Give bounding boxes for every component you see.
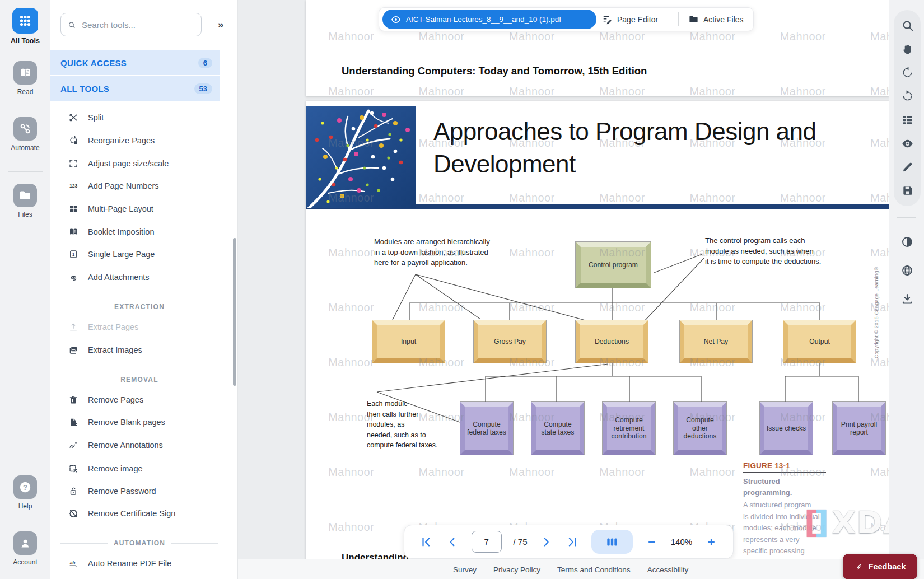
group-quick-access[interactable]: QUICK ACCESS 6 bbox=[50, 50, 220, 75]
figure-caption: FIGURE 13-1 Structured programming. A st… bbox=[743, 461, 838, 560]
search-icon[interactable] bbox=[900, 18, 914, 32]
all-tools-label: ALL TOOLS bbox=[60, 84, 109, 94]
tool-label: Multi-Page Layout bbox=[88, 204, 153, 213]
tool-item-multi-page-layout[interactable]: Multi-Page Layout bbox=[50, 198, 220, 220]
footer-link-terms-and-conditions[interactable]: Terms and Conditions bbox=[557, 566, 631, 574]
extract-images-icon bbox=[68, 345, 78, 355]
tool-item-remove-password[interactable]: Remove Password bbox=[50, 480, 220, 502]
eye-icon[interactable] bbox=[900, 137, 914, 150]
page-number-input[interactable] bbox=[472, 531, 502, 553]
tool-item-split[interactable]: Split bbox=[50, 106, 220, 129]
tool-item-add-page-numbers[interactable]: 123Add Page Numbers bbox=[50, 175, 220, 197]
tool-label: Adjust page size/scale bbox=[88, 159, 169, 168]
sidebar-collapse-icon[interactable]: » bbox=[212, 16, 230, 34]
tool-label: Remove image bbox=[88, 464, 143, 473]
tool-item-remove-pages[interactable]: Remove Pages bbox=[50, 389, 220, 411]
pencil-icon[interactable] bbox=[900, 161, 914, 174]
tab-open-document[interactable]: AICT-Salman-Lectures_8__9__and_10 (1).pd… bbox=[382, 10, 596, 29]
diagram-box-gross-pay: Gross Pay bbox=[474, 320, 546, 363]
feedback-button[interactable]: Feedback bbox=[843, 554, 917, 579]
viewer-tools-group bbox=[894, 10, 921, 206]
rail-item-read[interactable]: Read bbox=[0, 61, 50, 96]
tool-item-single-large-page[interactable]: 1Single Large Page bbox=[50, 243, 220, 265]
tool-item-add-attachments[interactable]: Add Attachments bbox=[50, 266, 220, 288]
diagram-box-input: Input bbox=[372, 320, 445, 363]
tool-item-booklet-imposition[interactable]: Booklet Imposition bbox=[50, 221, 220, 243]
multi-page-icon bbox=[68, 204, 78, 214]
rail-item-automate[interactable]: Automate bbox=[0, 117, 50, 152]
globe-icon[interactable] bbox=[900, 264, 914, 277]
svg-text:?: ? bbox=[23, 483, 27, 492]
rotate-ccw-icon[interactable] bbox=[900, 66, 914, 80]
document-tab-bar: AICT-Salman-Lectures_8__9__and_10 (1).pd… bbox=[379, 7, 754, 31]
pagination-bar: / 75 140% bbox=[404, 525, 734, 559]
diagram-box-compute-retirement-contribution: Compute retirement contribution bbox=[603, 402, 655, 455]
rail-tools-divider bbox=[897, 217, 916, 218]
tool-label: Remove Annotations bbox=[88, 441, 163, 450]
rail-label-automate: Automate bbox=[0, 144, 50, 152]
attachment-icon bbox=[68, 272, 78, 282]
trash-icon bbox=[68, 395, 78, 405]
footer-link-survey[interactable]: Survey bbox=[453, 566, 477, 574]
tool-item-auto-rename-pdf-file[interactable]: abAuto Rename PDF File bbox=[50, 552, 220, 575]
figure-rule bbox=[743, 472, 826, 473]
tools-sidebar: » QUICK ACCESS 6 ALL TOOLS 53 SplitReorg… bbox=[50, 0, 238, 579]
annotation-bottom-left: Each module then calls further modules, … bbox=[367, 399, 451, 451]
rail-label-all-tools: All Tools bbox=[0, 37, 50, 45]
download-icon[interactable] bbox=[900, 292, 914, 306]
rail-label-help: Help bbox=[0, 502, 50, 510]
section-divider-automation: AUTOMATION bbox=[60, 538, 218, 549]
reorganize-icon bbox=[68, 136, 78, 146]
rail-item-files[interactable]: Files bbox=[0, 184, 50, 218]
mahnoor-watermark: Mahnoor bbox=[870, 85, 889, 96]
page-layout-toggle[interactable] bbox=[591, 530, 633, 554]
rail-item-all-tools[interactable]: All Tools bbox=[0, 8, 50, 45]
search-tools-box[interactable] bbox=[60, 13, 202, 36]
zoom-in-button[interactable] bbox=[704, 535, 718, 549]
tool-item-reorganize-pages[interactable]: Reorganize Pages bbox=[50, 129, 220, 152]
last-page-button[interactable] bbox=[565, 535, 580, 549]
footer-link-privacy-policy[interactable]: Privacy Policy bbox=[493, 566, 540, 574]
hand-icon[interactable] bbox=[900, 42, 914, 55]
search-tools-input[interactable] bbox=[81, 20, 194, 30]
page-editor-label: Page Editor bbox=[617, 15, 658, 24]
save-icon[interactable] bbox=[900, 184, 914, 198]
rail-item-account[interactable]: Account bbox=[0, 531, 50, 566]
tool-label: Single Large Page bbox=[88, 250, 155, 259]
contrast-icon[interactable] bbox=[900, 235, 914, 249]
tool-item-adjust-page-size-scale[interactable]: Adjust page size/scale bbox=[50, 152, 220, 175]
tool-item-extract-images[interactable]: Extract Images bbox=[50, 339, 220, 361]
tool-label: Add Attachments bbox=[88, 273, 150, 282]
diagram-box-compute-state-taxes: Compute state taxes bbox=[531, 402, 584, 455]
zoom-level-label: 140% bbox=[671, 537, 692, 547]
mahnoor-watermark: Mahnoor bbox=[328, 30, 374, 43]
thumbnails-icon[interactable] bbox=[900, 113, 914, 127]
mahnoor-watermark: Mahnoor bbox=[599, 30, 645, 43]
svg-text:123: 123 bbox=[69, 183, 78, 189]
mahnoor-watermark: Mahnoor bbox=[419, 30, 465, 43]
sidebar-scrollbar[interactable] bbox=[233, 238, 236, 386]
tool-label: Reorganize Pages bbox=[88, 136, 155, 145]
rail-item-help[interactable]: ? Help bbox=[0, 475, 50, 510]
next-page-button[interactable] bbox=[539, 535, 553, 549]
svg-text:1: 1 bbox=[72, 252, 74, 257]
files-folder-icon bbox=[13, 184, 37, 207]
mahnoor-watermark: Mahnoor bbox=[509, 30, 555, 43]
column-view-icon bbox=[605, 535, 619, 549]
footer-link-accessibility[interactable]: Accessibility bbox=[647, 566, 689, 574]
pdf-page1-header: Understanding Computers: Today and Tomor… bbox=[342, 65, 647, 77]
diagram-box-net-pay: Net Pay bbox=[680, 320, 752, 363]
help-question-icon: ? bbox=[13, 475, 37, 499]
tool-item-remove-blank-pages[interactable]: Remove Blank pages bbox=[50, 411, 220, 433]
mahnoor-watermark: Mahnoor bbox=[780, 30, 826, 43]
previous-page-button[interactable] bbox=[445, 535, 460, 549]
rotate-cw-icon[interactable] bbox=[900, 90, 914, 103]
tool-item-remove-image[interactable]: Remove image bbox=[50, 457, 220, 480]
tab-page-editor[interactable]: Page Editor bbox=[602, 8, 658, 31]
tool-item-remove-annotations[interactable]: Remove Annotations bbox=[50, 434, 220, 456]
group-all-tools[interactable]: ALL TOOLS 53 bbox=[50, 76, 220, 101]
zoom-out-button[interactable] bbox=[645, 535, 659, 549]
tool-item-remove-certificate-sign[interactable]: Remove Certificate Sign bbox=[50, 502, 220, 525]
tab-active-files[interactable]: Active Files bbox=[688, 8, 744, 31]
first-page-button[interactable] bbox=[419, 535, 433, 549]
